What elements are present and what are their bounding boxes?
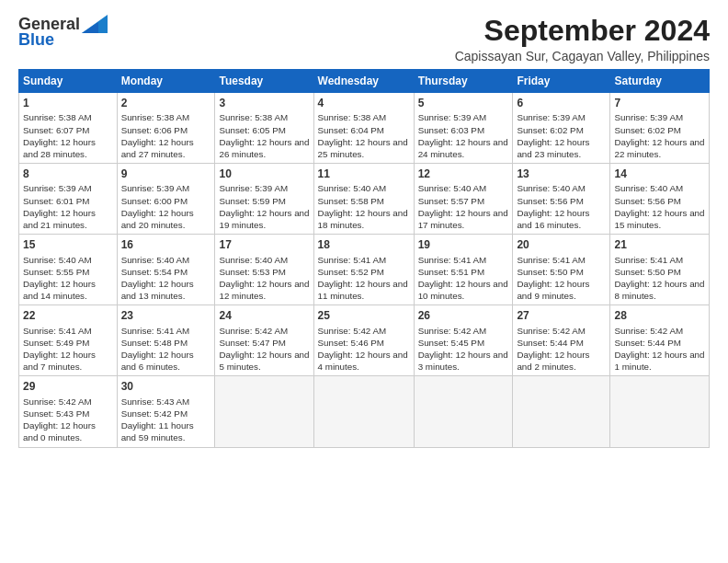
calendar-cell: 30 Sunrise: 5:43 AM Sunset: 5:42 PM Dayl…	[117, 376, 215, 447]
calendar-cell: 26 Sunrise: 5:42 AM Sunset: 5:45 PM Dayl…	[414, 305, 513, 376]
weekday-header: Monday	[117, 70, 215, 93]
calendar-cell: 1 Sunrise: 5:38 AM Sunset: 6:07 PM Dayli…	[19, 93, 118, 164]
calendar-table: SundayMondayTuesdayWednesdayThursdayFrid…	[18, 69, 710, 447]
calendar-week-row: 15 Sunrise: 5:40 AM Sunset: 5:55 PM Dayl…	[19, 235, 710, 305]
day-info: Sunrise: 5:40 AM Sunset: 5:57 PM Dayligh…	[418, 182, 509, 231]
calendar-cell: 4 Sunrise: 5:38 AM Sunset: 6:04 PM Dayli…	[313, 93, 414, 164]
calendar-cell: 5 Sunrise: 5:39 AM Sunset: 6:03 PM Dayli…	[414, 93, 513, 164]
calendar-cell: 15 Sunrise: 5:40 AM Sunset: 5:55 PM Dayl…	[19, 235, 118, 305]
calendar-page: General Blue September 2024 Capissayan S…	[0, 0, 728, 563]
day-info: Sunrise: 5:42 AM Sunset: 5:47 PM Dayligh…	[219, 325, 309, 373]
logo: General Blue	[18, 15, 108, 50]
calendar-cell	[313, 376, 414, 447]
calendar-cell: 9 Sunrise: 5:39 AM Sunset: 6:00 PM Dayli…	[117, 164, 215, 235]
day-number: 11	[318, 167, 410, 181]
calendar-cell: 10 Sunrise: 5:39 AM Sunset: 5:59 PM Dayl…	[215, 164, 313, 235]
calendar-cell: 25 Sunrise: 5:42 AM Sunset: 5:46 PM Dayl…	[313, 305, 414, 376]
day-info: Sunrise: 5:39 AM Sunset: 6:02 PM Dayligh…	[517, 111, 606, 160]
day-info: Sunrise: 5:38 AM Sunset: 6:07 PM Dayligh…	[23, 111, 113, 160]
day-info: Sunrise: 5:41 AM Sunset: 5:49 PM Dayligh…	[23, 325, 113, 373]
day-number: 6	[517, 96, 606, 110]
day-number: 30	[121, 379, 211, 394]
day-number: 13	[517, 167, 606, 181]
day-number: 17	[219, 237, 309, 252]
day-info: Sunrise: 5:42 AM Sunset: 5:46 PM Dayligh…	[318, 325, 410, 373]
calendar-cell: 3 Sunrise: 5:38 AM Sunset: 6:05 PM Dayli…	[215, 93, 313, 164]
calendar-cell: 22 Sunrise: 5:41 AM Sunset: 5:49 PM Dayl…	[19, 305, 118, 376]
day-info: Sunrise: 5:42 AM Sunset: 5:43 PM Dayligh…	[23, 396, 113, 444]
day-number: 15	[23, 237, 113, 252]
day-info: Sunrise: 5:40 AM Sunset: 5:58 PM Dayligh…	[318, 182, 410, 231]
month-title: September 2024	[455, 15, 710, 47]
calendar-cell: 11 Sunrise: 5:40 AM Sunset: 5:58 PM Dayl…	[313, 164, 414, 235]
calendar-cell: 12 Sunrise: 5:40 AM Sunset: 5:57 PM Dayl…	[414, 164, 513, 235]
day-info: Sunrise: 5:41 AM Sunset: 5:48 PM Dayligh…	[121, 325, 211, 373]
day-number: 8	[23, 167, 113, 181]
day-info: Sunrise: 5:39 AM Sunset: 5:59 PM Dayligh…	[219, 182, 309, 231]
day-number: 19	[418, 237, 509, 252]
weekday-header: Tuesday	[215, 70, 313, 93]
day-info: Sunrise: 5:39 AM Sunset: 6:01 PM Dayligh…	[23, 182, 113, 231]
calendar-cell: 14 Sunrise: 5:40 AM Sunset: 5:56 PM Dayl…	[610, 164, 710, 235]
day-number: 12	[418, 167, 509, 181]
day-info: Sunrise: 5:41 AM Sunset: 5:51 PM Dayligh…	[418, 254, 509, 303]
day-info: Sunrise: 5:40 AM Sunset: 5:56 PM Dayligh…	[517, 182, 606, 231]
day-info: Sunrise: 5:41 AM Sunset: 5:50 PM Dayligh…	[517, 254, 606, 303]
location-title: Capissayan Sur, Cagayan Valley, Philippi…	[455, 49, 710, 63]
day-info: Sunrise: 5:40 AM Sunset: 5:54 PM Dayligh…	[121, 254, 211, 303]
day-info: Sunrise: 5:40 AM Sunset: 5:56 PM Dayligh…	[614, 182, 705, 231]
day-number: 29	[23, 379, 113, 394]
calendar-cell: 18 Sunrise: 5:41 AM Sunset: 5:52 PM Dayl…	[313, 235, 414, 305]
calendar-week-row: 8 Sunrise: 5:39 AM Sunset: 6:01 PM Dayli…	[19, 164, 710, 235]
calendar-cell: 13 Sunrise: 5:40 AM Sunset: 5:56 PM Dayl…	[513, 164, 610, 235]
calendar-cell: 8 Sunrise: 5:39 AM Sunset: 6:01 PM Dayli…	[19, 164, 118, 235]
day-number: 7	[614, 96, 705, 110]
day-info: Sunrise: 5:38 AM Sunset: 6:04 PM Dayligh…	[318, 111, 410, 160]
day-number: 5	[418, 96, 509, 110]
weekday-header: Sunday	[19, 70, 118, 93]
day-number: 21	[614, 237, 705, 252]
logo-blue: Blue	[18, 30, 54, 50]
calendar-cell: 20 Sunrise: 5:41 AM Sunset: 5:50 PM Dayl…	[513, 235, 610, 305]
calendar-cell: 21 Sunrise: 5:41 AM Sunset: 5:50 PM Dayl…	[610, 235, 710, 305]
calendar-cell	[513, 376, 610, 447]
day-info: Sunrise: 5:39 AM Sunset: 6:00 PM Dayligh…	[121, 182, 211, 231]
day-number: 26	[418, 308, 509, 323]
calendar-cell: 7 Sunrise: 5:39 AM Sunset: 6:02 PM Dayli…	[610, 93, 710, 164]
calendar-cell: 17 Sunrise: 5:40 AM Sunset: 5:53 PM Dayl…	[215, 235, 313, 305]
day-info: Sunrise: 5:42 AM Sunset: 5:45 PM Dayligh…	[418, 325, 509, 373]
weekday-header: Saturday	[610, 70, 710, 93]
calendar-cell: 16 Sunrise: 5:40 AM Sunset: 5:54 PM Dayl…	[117, 235, 215, 305]
calendar-cell: 27 Sunrise: 5:42 AM Sunset: 5:44 PM Dayl…	[513, 305, 610, 376]
day-info: Sunrise: 5:38 AM Sunset: 6:06 PM Dayligh…	[121, 111, 211, 160]
day-number: 16	[121, 237, 211, 252]
day-info: Sunrise: 5:40 AM Sunset: 5:55 PM Dayligh…	[23, 254, 113, 303]
day-number: 22	[23, 308, 113, 323]
day-number: 27	[517, 308, 606, 323]
day-info: Sunrise: 5:39 AM Sunset: 6:03 PM Dayligh…	[418, 111, 509, 160]
logo-icon	[82, 15, 108, 33]
day-number: 18	[318, 237, 410, 252]
day-number: 24	[219, 308, 309, 323]
day-number: 9	[121, 167, 211, 181]
weekday-header: Friday	[513, 70, 610, 93]
day-number: 20	[517, 237, 606, 252]
calendar-cell	[215, 376, 313, 447]
day-number: 4	[318, 96, 410, 110]
calendar-cell: 24 Sunrise: 5:42 AM Sunset: 5:47 PM Dayl…	[215, 305, 313, 376]
day-info: Sunrise: 5:43 AM Sunset: 5:42 PM Dayligh…	[121, 396, 211, 444]
day-info: Sunrise: 5:39 AM Sunset: 6:02 PM Dayligh…	[614, 111, 705, 160]
day-info: Sunrise: 5:38 AM Sunset: 6:05 PM Dayligh…	[219, 111, 309, 160]
header: General Blue September 2024 Capissayan S…	[18, 15, 710, 63]
calendar-cell: 29 Sunrise: 5:42 AM Sunset: 5:43 PM Dayl…	[19, 376, 118, 447]
calendar-cell: 19 Sunrise: 5:41 AM Sunset: 5:51 PM Dayl…	[414, 235, 513, 305]
day-number: 10	[219, 167, 309, 181]
day-info: Sunrise: 5:40 AM Sunset: 5:53 PM Dayligh…	[219, 254, 309, 303]
weekday-header: Thursday	[414, 70, 513, 93]
calendar-week-row: 1 Sunrise: 5:38 AM Sunset: 6:07 PM Dayli…	[19, 93, 710, 164]
day-number: 28	[614, 308, 705, 323]
day-number: 14	[614, 167, 705, 181]
calendar-week-row: 29 Sunrise: 5:42 AM Sunset: 5:43 PM Dayl…	[19, 376, 710, 447]
calendar-cell: 28 Sunrise: 5:42 AM Sunset: 5:44 PM Dayl…	[610, 305, 710, 376]
title-block: September 2024 Capissayan Sur, Cagayan V…	[455, 15, 710, 63]
